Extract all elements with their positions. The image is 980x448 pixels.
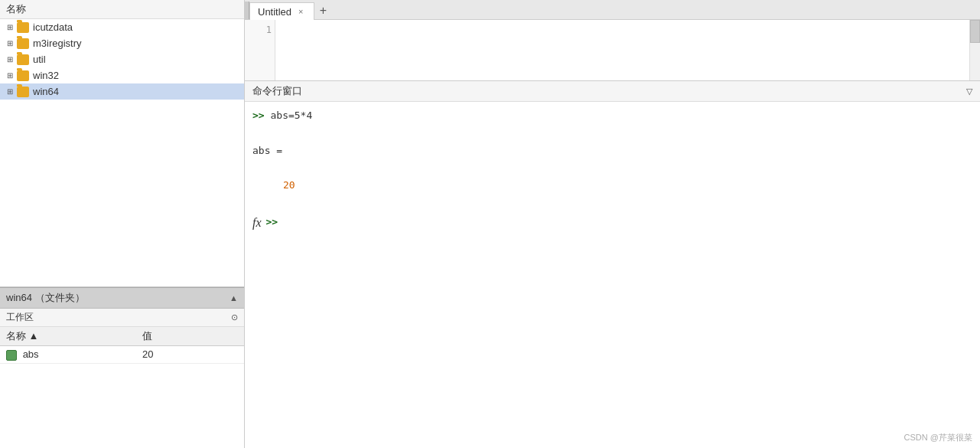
- cmd-input-1: abs=5*4: [265, 108, 313, 124]
- tree-item-m3iregistry[interactable]: ⊞ m3iregistry: [0, 35, 244, 51]
- command-window-title: 命令行窗口: [252, 84, 302, 98]
- workspace-table: 名称 ▲ 值 abs 20: [0, 327, 244, 448]
- cmd-blank-1: [252, 126, 972, 142]
- expander-win32[interactable]: ⊞: [5, 70, 15, 81]
- editor-content[interactable]: [275, 20, 969, 80]
- var-name-cell: abs: [0, 346, 136, 364]
- tree-label-win64: win64: [33, 86, 59, 97]
- tab-untitled[interactable]: Untitled ×: [249, 2, 314, 20]
- watermark: CSDN @芹菜很菜: [904, 432, 972, 443]
- fx-icon: fx: [252, 213, 262, 233]
- file-tree-title: 名称: [6, 2, 26, 16]
- cmd-output-abs: abs =: [252, 143, 972, 159]
- tab-bar: Untitled × +: [245, 0, 980, 20]
- workspace-folder-label: win64 （文件夹）: [6, 291, 85, 305]
- command-header: 命令行窗口 ▽: [245, 81, 980, 102]
- workspace-header: win64 （文件夹） ▲: [0, 288, 244, 309]
- folder-icon-win32: [17, 70, 29, 81]
- cmd-current-prompt: >>: [266, 214, 278, 231]
- editor-scrollbar[interactable]: [969, 20, 980, 80]
- expander-icutzdata[interactable]: ⊞: [5, 22, 15, 33]
- cmd-prompt-1: >>: [252, 108, 265, 124]
- tree-label-util: util: [33, 54, 46, 65]
- var-value-cell: 20: [136, 346, 207, 364]
- cmd-value-20: 20: [252, 178, 295, 194]
- tree-item-win32[interactable]: ⊞ win32: [0, 67, 244, 83]
- col-header-name[interactable]: 名称 ▲: [0, 327, 136, 346]
- collapse-workspace-icon[interactable]: ▲: [230, 293, 238, 302]
- editor-area: 1: [245, 20, 980, 81]
- tab-close-button[interactable]: ×: [296, 6, 305, 17]
- tab-add-button[interactable]: +: [314, 2, 333, 19]
- cmd-current-prompt-line[interactable]: fx >>: [252, 213, 972, 233]
- workspace-menu-icon[interactable]: ⊙: [231, 312, 238, 322]
- line-numbers: 1: [245, 20, 275, 80]
- tree-item-win64[interactable]: ⊞ win64: [0, 83, 244, 100]
- command-body[interactable]: >> abs=5*4 abs = 20 fx >>: [245, 102, 980, 448]
- workspace-toolbar: 工作区 ⊙: [0, 309, 244, 327]
- tab-label: Untitled: [258, 6, 291, 18]
- command-window: 命令行窗口 ▽ >> abs=5*4 abs = 20 fx >>: [245, 81, 980, 448]
- workspace-panel: win64 （文件夹） ▲ 工作区 ⊙ 名称 ▲ 值: [0, 287, 244, 448]
- variable-row-abs[interactable]: abs 20: [0, 346, 244, 364]
- command-window-collapse-icon[interactable]: ▽: [966, 87, 972, 96]
- tree-label-m3iregistry: m3iregistry: [33, 38, 82, 49]
- folder-icon-icutzdata: [17, 22, 29, 33]
- workspace-toolbar-label: 工作区: [6, 311, 34, 324]
- right-panel: Untitled × + 1 命令行窗口 ▽ >> abs=5*4 abs =: [245, 0, 980, 448]
- line-number-1: 1: [248, 25, 272, 35]
- expander-m3iregistry[interactable]: ⊞: [5, 38, 15, 49]
- file-tree-header: 名称: [0, 0, 244, 19]
- expander-util[interactable]: ⊞: [5, 54, 15, 65]
- var-type-icon: [6, 350, 17, 361]
- left-panel: 名称 ⊞ icutzdata ⊞ m3iregistry ⊞ util ⊞ wi…: [0, 0, 245, 448]
- cmd-value-line: 20: [252, 178, 972, 194]
- var-name: abs: [23, 348, 39, 360]
- tree-label-win32: win32: [33, 70, 59, 81]
- tree-item-icutzdata[interactable]: ⊞ icutzdata: [0, 19, 244, 35]
- file-tree: 名称 ⊞ icutzdata ⊞ m3iregistry ⊞ util ⊞ wi…: [0, 0, 244, 287]
- scrollbar-thumb[interactable]: [970, 20, 980, 43]
- col-header-value[interactable]: 值: [136, 327, 207, 346]
- expander-win64[interactable]: ⊞: [5, 87, 15, 97]
- cmd-blank-3: [252, 195, 972, 211]
- folder-icon-util: [17, 54, 29, 65]
- cmd-blank-2: [252, 160, 972, 176]
- var-extra-cell: [207, 346, 244, 364]
- cmd-line-1: >> abs=5*4: [252, 108, 972, 124]
- tree-label-icutzdata: icutzdata: [33, 21, 73, 33]
- col-header-extra: [207, 327, 244, 346]
- tree-item-util[interactable]: ⊞ util: [0, 51, 244, 67]
- folder-icon-m3iregistry: [17, 38, 29, 49]
- folder-icon-win64: [17, 87, 29, 97]
- cmd-output-text: abs =: [252, 143, 282, 159]
